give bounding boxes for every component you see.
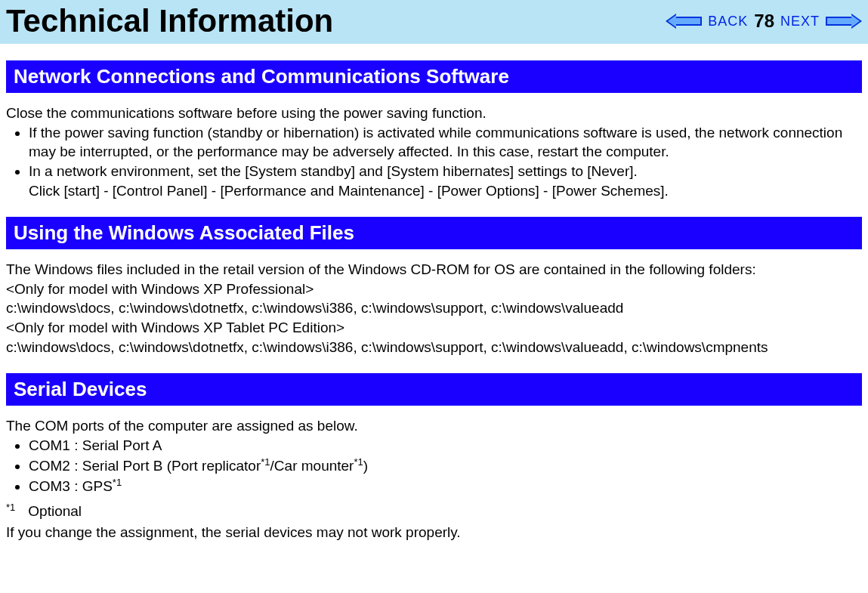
back-arrow-icon[interactable] [666, 14, 702, 29]
list-item: COM3 : GPS*1 [29, 476, 862, 496]
body-text: COM2 : Serial Port B (Port replicator [29, 458, 261, 474]
bullet-list: COM1 : Serial Port A COM2 : Serial Port … [6, 436, 862, 496]
bullet-list: If the power saving function (standby or… [6, 123, 862, 201]
footnote-ref: *1 [113, 477, 122, 488]
body-text: Close the communications software before… [6, 103, 862, 123]
body-text: c:\windows\docs, c:\windows\dotnetfx, c:… [6, 338, 862, 357]
header-bar: Technical Information BACK 78 NEXT [0, 0, 868, 44]
page-content: Network Connections and Communications S… [0, 60, 868, 542]
body-text: c:\windows\docs, c:\windows\dotnetfx, c:… [6, 298, 862, 318]
next-arrow-icon[interactable] [826, 14, 862, 29]
body-text: The Windows files included in the retail… [6, 260, 862, 280]
section-heading-files: Using the Windows Associated Files [6, 217, 862, 249]
list-item: COM2 : Serial Port B (Port replicator*1/… [29, 456, 862, 476]
section-heading-serial: Serial Devices [6, 373, 862, 406]
body-text: ) [363, 458, 368, 474]
body-text: COM3 : GPS [29, 478, 113, 494]
list-item: In a network environment, set the [Syste… [29, 162, 862, 200]
back-button[interactable]: BACK [708, 14, 748, 29]
footnote-ref: *1 [261, 456, 270, 468]
footnote: *1 Optional [6, 501, 862, 521]
body-text: <Only for model with Windows XP Tablet P… [6, 318, 862, 338]
footnote-ref: *1 [354, 456, 363, 468]
page-number: 78 [754, 11, 774, 32]
next-button[interactable]: NEXT [780, 14, 820, 29]
section-heading-network: Network Connections and Communications S… [6, 60, 862, 93]
footnote-text: Optional [28, 503, 82, 519]
body-text: The COM ports of the computer are assign… [6, 416, 862, 436]
body-text: Click [start] - [Control Panel] - [Perfo… [29, 183, 669, 199]
body-text: /Car mounter [270, 458, 354, 474]
body-text: If you change the assignment, the serial… [6, 523, 862, 542]
body-text: In a network environment, set the [Syste… [29, 163, 638, 179]
body-text: <Only for model with Windows XP Professi… [6, 280, 862, 299]
page-nav: BACK 78 NEXT [666, 11, 862, 32]
list-item: COM1 : Serial Port A [29, 436, 862, 456]
footnote-marker: *1 [6, 501, 24, 514]
list-item: If the power saving function (standby or… [29, 123, 862, 162]
page-title: Technical Information [6, 3, 333, 39]
